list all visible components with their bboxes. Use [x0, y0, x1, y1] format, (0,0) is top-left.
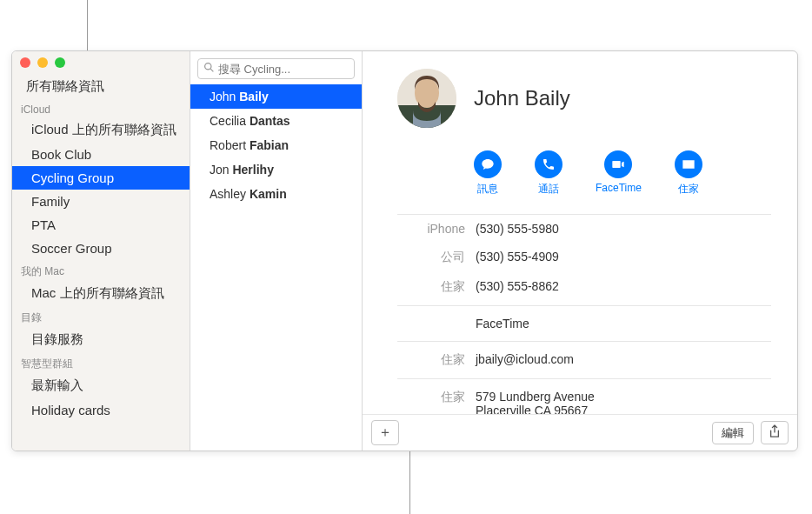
contact-last-name: Dantas	[250, 114, 290, 128]
contact-row[interactable]: Cecilia Dantas	[190, 109, 362, 133]
phone-row[interactable]: iPhone (530) 555-5980	[397, 215, 771, 243]
field-value: FaceTime	[476, 317, 771, 330]
field-label: 住家	[397, 390, 476, 405]
field-label: 住家	[397, 352, 476, 368]
close-window-button[interactable]	[20, 57, 30, 68]
contacts-window: 所有聯絡資訊 iCloud iCloud 上的所有聯絡資訊 Book Club …	[11, 50, 798, 451]
field-value: (530) 555-5980	[476, 222, 771, 236]
facetime-row[interactable]: FaceTime	[397, 310, 771, 337]
envelope-icon	[675, 150, 702, 178]
window-controls	[20, 57, 65, 68]
sidebar-group-mac-all[interactable]: Mac 上的所有聯絡資訊	[12, 281, 190, 306]
facetime-button[interactable]: FaceTime	[596, 150, 642, 197]
address-row[interactable]: 住家 579 Lundberg Avenue Placerville CA 95…	[397, 383, 771, 414]
contact-row[interactable]: Robert Fabian	[190, 133, 362, 157]
contact-last-name: Fabian	[250, 138, 289, 152]
share-button[interactable]	[761, 421, 789, 444]
contact-row[interactable]: John Baily	[190, 84, 362, 109]
phone-section: iPhone (530) 555-5980 公司 (530) 555-4909 …	[397, 214, 771, 414]
field-label: 公司	[397, 250, 476, 265]
callout-line-bottom	[409, 447, 410, 514]
contact-first-name: Robert	[210, 138, 246, 152]
contact-first-name: Ashley	[210, 187, 246, 201]
sidebar-section-header: 智慧型群組	[12, 352, 190, 373]
zoom-window-button[interactable]	[55, 57, 65, 68]
groups-sidebar: 所有聯絡資訊 iCloud iCloud 上的所有聯絡資訊 Book Club …	[12, 51, 190, 451]
sidebar-group-pta[interactable]: PTA	[12, 213, 190, 237]
action-label: 住家	[678, 182, 699, 197]
contact-list-column: John Baily Cecilia Dantas Robert Fabian …	[190, 51, 363, 451]
contact-last-name: Baily	[239, 90, 268, 103]
svg-line-1	[210, 69, 213, 71]
field-value: (530) 555-4909	[476, 250, 771, 264]
contact-first-name: Jon	[210, 163, 230, 177]
search-input[interactable]	[218, 63, 349, 76]
sidebar-group-family[interactable]: Family	[12, 190, 190, 213]
sidebar-section-header: iCloud	[12, 99, 190, 117]
search-icon	[203, 62, 215, 76]
action-row: 訊息 通話 FaceTime	[474, 150, 771, 197]
contact-list: John Baily Cecilia Dantas Robert Fabian …	[190, 84, 362, 451]
email-row[interactable]: 住家 jbaily@icloud.com	[397, 345, 771, 375]
action-label: FaceTime	[596, 182, 642, 194]
search-field[interactable]	[197, 58, 355, 79]
edit-button[interactable]: 編輯	[712, 422, 754, 444]
sidebar-group-directory[interactable]: 目錄服務	[12, 327, 190, 352]
avatar[interactable]	[397, 69, 456, 128]
sidebar-all-contacts[interactable]: 所有聯絡資訊	[12, 74, 190, 99]
video-icon	[604, 150, 632, 178]
field-value: 579 Lundberg Avenue Placerville CA 95667	[476, 390, 771, 414]
message-icon	[474, 150, 502, 178]
field-value: (530) 555-8862	[476, 279, 771, 293]
contact-last-name: Kamin	[250, 187, 287, 201]
phone-row[interactable]: 公司 (530) 555-4909	[397, 243, 771, 272]
address-line2: Placerville CA 95667	[476, 404, 771, 414]
contact-row[interactable]: Ashley Kamin	[190, 182, 362, 206]
sidebar-group-cycling[interactable]: Cycling Group	[12, 166, 190, 190]
call-button[interactable]: 通話	[535, 150, 562, 197]
email-button[interactable]: 住家	[675, 150, 702, 197]
field-label: iPhone	[397, 222, 476, 236]
action-label: 通話	[538, 182, 559, 197]
contact-last-name: Herlihy	[232, 163, 273, 177]
add-button[interactable]: ＋	[371, 420, 399, 445]
field-value: jbaily@icloud.com	[476, 352, 771, 366]
sidebar-group-soccer[interactable]: Soccer Group	[12, 237, 190, 260]
contact-card: John Baily 訊息 通話	[363, 51, 797, 451]
svg-point-0	[205, 63, 211, 70]
message-button[interactable]: 訊息	[474, 150, 502, 197]
sidebar-group-recent[interactable]: 最新輸入	[12, 373, 190, 398]
contact-first-name: Cecilia	[210, 114, 246, 128]
card-footer: ＋ 編輯	[363, 414, 797, 451]
action-label: 訊息	[477, 182, 498, 197]
contact-first-name: John	[210, 90, 236, 103]
sidebar-group-icloud-all[interactable]: iCloud 上的所有聯絡資訊	[12, 117, 190, 143]
contact-name-heading: John Baily	[474, 86, 570, 110]
sidebar-group-holiday[interactable]: Holiday cards	[12, 398, 190, 422]
contact-row[interactable]: Jon Herlihy	[190, 157, 362, 182]
sidebar-group-book-club[interactable]: Book Club	[12, 143, 190, 166]
field-label: 住家	[397, 279, 476, 295]
callout-line-top	[87, 0, 88, 50]
share-icon	[769, 424, 781, 441]
sidebar-section-header: 我的 Mac	[12, 260, 190, 281]
plus-icon: ＋	[378, 424, 392, 442]
phone-icon	[535, 150, 562, 178]
minimize-window-button[interactable]	[37, 57, 48, 68]
address-line1: 579 Lundberg Avenue	[476, 390, 771, 404]
phone-row[interactable]: 住家 (530) 555-8862	[397, 272, 771, 302]
sidebar-section-header: 目錄	[12, 306, 190, 327]
